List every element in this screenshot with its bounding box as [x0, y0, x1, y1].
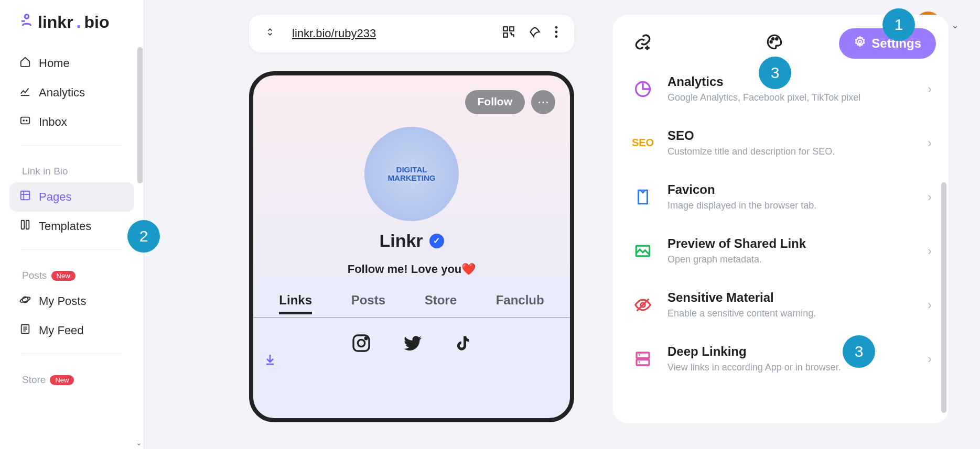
scrollbar-thumb[interactable] [137, 47, 143, 183]
sidebar-item-home[interactable]: Home [9, 49, 134, 78]
row-title: SEO [667, 128, 914, 143]
section-label-text: Store [22, 374, 46, 386]
sidebar-item-label: Inbox [39, 115, 67, 129]
settings-row-favicon[interactable]: Favicon Image displayed in the browser t… [629, 170, 935, 224]
palette-icon[interactable] [766, 33, 783, 54]
section-link-in-bio: Link in Bio [9, 154, 134, 182]
divider [22, 354, 122, 354]
share-icon[interactable] [528, 25, 542, 42]
feed-icon [19, 323, 31, 338]
page-url[interactable]: linkr.bio/ruby233 [292, 27, 489, 40]
scrollbar[interactable] [940, 119, 946, 413]
tiktok-icon[interactable] [454, 333, 472, 358]
stack-icon [632, 348, 654, 370]
svg-point-8 [19, 296, 30, 303]
sidebar-item-pages[interactable]: Pages [9, 182, 134, 212]
section-label-text: Posts [22, 270, 47, 281]
settings-row-deeplinking[interactable]: Deep Linking View links in according App… [629, 332, 935, 386]
gear-icon [854, 36, 866, 51]
settings-row-sensitive[interactable]: Sensitive Material Enable a sensitive co… [629, 278, 935, 332]
seo-icon: SEO [632, 132, 654, 154]
svg-point-15 [555, 35, 558, 38]
svg-rect-26 [637, 353, 649, 358]
more-icon[interactable] [554, 25, 558, 42]
sidebar-item-my-feed[interactable]: My Feed [9, 316, 134, 345]
tab-posts[interactable]: Posts [351, 293, 385, 314]
row-subtitle: Customize title and description for SEO. [667, 146, 914, 157]
profile-name: Linkr [379, 231, 423, 251]
analytics-icon [19, 85, 31, 100]
divider [22, 249, 122, 250]
settings-row-seo[interactable]: SEO SEO Customize title and description … [629, 116, 935, 170]
instagram-icon[interactable] [351, 333, 372, 358]
home-icon [19, 56, 31, 71]
section-store: Store New [9, 363, 134, 391]
sidebar-item-templates[interactable]: Templates [9, 212, 134, 241]
settings-list[interactable]: Analytics Google Analytics, Facebook pix… [629, 72, 941, 408]
svg-point-20 [772, 38, 774, 39]
reorder-icon[interactable] [265, 26, 275, 41]
section-label-text: Link in Bio [22, 166, 68, 177]
chevron-right-icon: › [928, 298, 932, 312]
row-title: Preview of Shared Link [667, 236, 914, 251]
scrollbar-down-icon[interactable]: ⌄ [135, 439, 143, 447]
chevron-right-icon: › [928, 82, 932, 96]
svg-point-2 [23, 120, 24, 121]
svg-point-21 [776, 38, 778, 39]
svg-rect-27 [637, 359, 649, 365]
divider [22, 145, 122, 146]
follow-button[interactable]: Follow [465, 90, 525, 114]
logo[interactable]: linkr.bio [0, 13, 144, 49]
row-title: Favicon [667, 182, 914, 197]
sidebar-item-analytics[interactable]: Analytics [9, 78, 134, 107]
link-add-icon[interactable] [634, 33, 652, 54]
tab-links[interactable]: Links [279, 293, 312, 314]
more-icon[interactable]: ⋯ [531, 90, 555, 114]
tab-store[interactable]: Store [425, 293, 457, 314]
profile-name-row: Linkr ✓ [253, 231, 570, 251]
verified-icon: ✓ [429, 234, 444, 248]
svg-rect-11 [510, 27, 514, 31]
chevron-right-icon: › [928, 244, 932, 258]
svg-rect-4 [21, 191, 30, 200]
svg-point-0 [25, 15, 29, 19]
avatar-illustration-text: DIGITALMARKETING [388, 166, 436, 183]
logo-icon [19, 13, 35, 32]
logo-text-post: bio [84, 13, 109, 32]
svg-rect-10 [503, 27, 508, 31]
svg-point-19 [770, 41, 772, 42]
url-bar: linkr.bio/ruby233 [249, 15, 574, 52]
sidebar-item-label: My Feed [39, 324, 84, 337]
sidebar-item-my-posts[interactable]: My Posts [9, 287, 134, 316]
tab-fanclub[interactable]: Fanclub [496, 293, 544, 314]
logo-text-dot: . [77, 13, 81, 32]
callout-3b: 3 [843, 335, 875, 368]
sidebar-item-label: Templates [39, 220, 91, 233]
pie-chart-icon [632, 78, 654, 100]
svg-point-13 [555, 26, 558, 29]
sidebar-item-label: Home [39, 57, 70, 70]
row-title: Deep Linking [667, 344, 914, 359]
svg-rect-1 [21, 117, 30, 124]
svg-point-17 [358, 340, 364, 346]
chevron-down-icon[interactable]: ⌄ [951, 19, 959, 31]
chevron-right-icon: › [928, 190, 932, 204]
sidebar: linkr.bio Home Analytics Inbox [0, 0, 144, 449]
callout-3a: 3 [759, 57, 791, 89]
svg-point-3 [26, 120, 27, 121]
image-icon [632, 240, 654, 262]
heart-icon: ❤️ [461, 262, 476, 276]
row-subtitle: Google Analytics, Facebook pixel, TikTok… [667, 92, 914, 103]
download-icon[interactable] [264, 353, 276, 370]
twitter-icon[interactable] [401, 333, 424, 358]
follow-label: Follow [478, 95, 513, 107]
settings-row-preview[interactable]: Preview of Shared Link Open graph metada… [629, 224, 935, 278]
svg-point-22 [858, 40, 861, 43]
row-subtitle: Image displayed in the browser tab. [667, 200, 914, 211]
qr-icon[interactable] [502, 25, 515, 42]
logo-text-pre: linkr [38, 13, 73, 32]
sidebar-item-inbox[interactable]: Inbox [9, 107, 134, 137]
nav: Home Analytics Inbox Link in Bio [0, 49, 144, 449]
profile-tagline: Follow me! Love you❤️ [253, 262, 570, 276]
scrollbar-thumb[interactable] [941, 182, 946, 413]
